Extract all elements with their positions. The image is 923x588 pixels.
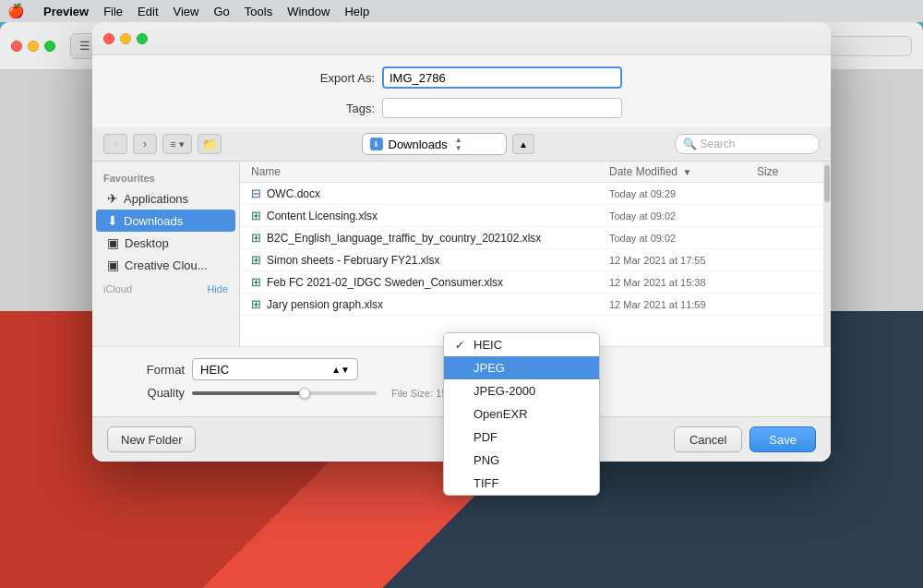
menu-file[interactable]: File — [103, 5, 123, 18]
menubar: 🍎 Preview File Edit View Go Tools Window… — [0, 0, 923, 22]
file-rows-container: ⊟ OWC.docx Today at 09:29 ⊞ Content Lice… — [240, 183, 823, 316]
dialog-titlebar — [92, 22, 831, 55]
format-option-jpeg2000[interactable]: JPEG-2000 — [444, 379, 599, 402]
file-date: 12 Mar 2021 at 11:59 — [609, 299, 757, 310]
file-date: Today at 09:02 — [609, 233, 757, 244]
location-dropdown[interactable]: ⬇ Downloads ▲▼ — [362, 133, 508, 155]
format-option-label: PDF — [473, 430, 497, 444]
menu-tools[interactable]: Tools — [245, 5, 272, 18]
applications-icon: ✈ — [107, 191, 118, 206]
cancel-button[interactable]: Cancel — [674, 426, 742, 452]
dialog-zoom-button[interactable] — [137, 33, 148, 44]
tags-label: Tags: — [301, 102, 375, 115]
file-type-icon: ⊞ — [251, 231, 261, 245]
format-option-label: PNG — [473, 453, 499, 467]
tags-input[interactable] — [382, 98, 622, 118]
column-name[interactable]: Name — [251, 165, 609, 178]
table-row[interactable]: ⊞ Jary pension graph.xlsx 12 Mar 2021 at… — [240, 294, 823, 316]
traffic-lights — [11, 41, 55, 52]
table-row[interactable]: ⊞ B2C_English_language_traffic_by_countr… — [240, 227, 823, 249]
dialog-close-button[interactable] — [103, 33, 114, 44]
format-dropdown[interactable]: HEIC ▲▼ — [192, 358, 358, 380]
export-as-label: Export As: — [301, 71, 375, 85]
file-name: B2C_English_language_traffic_by_country_… — [267, 232, 609, 245]
quality-slider[interactable] — [192, 391, 377, 395]
back-button[interactable]: ‹ — [103, 134, 127, 154]
forward-button[interactable]: › — [133, 134, 157, 154]
sidebar-item-desktop[interactable]: ▣ Desktop — [96, 232, 235, 254]
new-folder-icon-button[interactable]: 📁 — [198, 134, 222, 154]
sidebar: Favourites ✈ Applications ⬇ Downloads ▣ … — [92, 162, 240, 346]
sidebar-section-label: Favourites — [92, 169, 239, 187]
menu-view[interactable]: View — [174, 5, 199, 18]
menu-go[interactable]: Go — [213, 5, 229, 18]
new-folder-button[interactable]: New Folder — [107, 426, 196, 452]
sidebar-item-applications[interactable]: ✈ Applications — [96, 187, 235, 210]
expand-button[interactable]: ▲ — [512, 134, 534, 154]
file-type-icon: ⊟ — [251, 186, 261, 200]
format-option-label: JPEG-2000 — [473, 384, 535, 398]
format-label: Format — [111, 363, 185, 377]
dropdown-arrows: ▲▼ — [455, 136, 462, 152]
menu-window[interactable]: Window — [287, 5, 330, 18]
format-option-label: TIFF — [473, 476, 498, 490]
browser-toolbar: ‹ › ≡ ▾ 📁 ⬇ Downloads ▲▼ ▲ 🔍 Search — [92, 127, 831, 162]
format-option-png[interactable]: PNG — [444, 449, 599, 472]
table-row[interactable]: ⊞ Content Licensing.xlsx Today at 09:02 — [240, 205, 823, 227]
format-option-pdf[interactable]: PDF — [444, 426, 599, 449]
menu-help[interactable]: Help — [344, 5, 369, 18]
dropdown-chevron-icon: ▲▼ — [331, 365, 350, 375]
format-option-openexr[interactable]: OpenEXR — [444, 402, 599, 426]
format-option-tiff[interactable]: TIFF — [444, 472, 599, 495]
view-options-button[interactable]: ≡ ▾ — [162, 134, 192, 154]
file-date: Today at 09:29 — [609, 188, 757, 199]
icloud-label: iCloud — [103, 283, 132, 294]
quality-slider-thumb[interactable] — [299, 388, 310, 399]
sort-indicator: ▼ — [682, 167, 691, 177]
hide-button[interactable]: Hide — [207, 283, 228, 294]
dialog-traffic-lights — [103, 33, 148, 44]
apple-menu[interactable]: 🍎 — [7, 3, 25, 19]
app-name[interactable]: Preview — [43, 5, 89, 18]
format-option-label: JPEG — [473, 361, 505, 375]
dialog-action-buttons: Cancel Save — [674, 426, 816, 452]
file-type-icon: ⊞ — [251, 297, 261, 311]
save-button[interactable]: Save — [749, 426, 816, 452]
format-option-label: HEIC — [473, 338, 502, 352]
desktop-label: Desktop — [125, 236, 169, 250]
applications-label: Applications — [124, 192, 188, 206]
creative-cloud-icon: ▣ — [107, 258, 119, 272]
file-name: Simon sheets - February FY21.xlsx — [267, 254, 609, 267]
dialog-minimize-button[interactable] — [120, 33, 131, 44]
zoom-button[interactable] — [44, 41, 55, 52]
close-button[interactable] — [11, 41, 22, 52]
format-option-jpeg[interactable]: JPEG — [444, 356, 599, 379]
column-date-modified[interactable]: Date Modified ▼ — [609, 165, 757, 178]
table-row[interactable]: ⊞ Simon sheets - February FY21.xlsx 12 M… — [240, 249, 823, 271]
column-size[interactable]: Size — [757, 165, 812, 178]
file-list: Name Date Modified ▼ Size ⊟ OWC.docx Tod… — [240, 162, 823, 346]
file-type-icon: ⊞ — [251, 253, 261, 267]
desktop-icon: ▣ — [107, 235, 119, 250]
scrollbar-track[interactable] — [823, 162, 831, 346]
browser-search-box[interactable]: 🔍 Search — [675, 134, 821, 154]
table-row[interactable]: ⊟ OWC.docx Today at 09:29 — [240, 183, 823, 205]
file-date: 12 Mar 2021 at 17:55 — [609, 255, 757, 266]
downloads-sidebar-icon: ⬇ — [107, 213, 118, 228]
location-label: Downloads — [389, 138, 448, 151]
export-as-input[interactable] — [382, 66, 622, 89]
format-option-heic[interactable]: ✓ HEIC — [444, 333, 599, 356]
format-value: HEIC — [200, 363, 229, 377]
file-name: Content Licensing.xlsx — [267, 210, 609, 222]
file-name: OWC.docx — [267, 187, 609, 200]
table-row[interactable]: ⊞ Feb FC 2021-02_IDGC Sweden_Consumer.xl… — [240, 271, 823, 294]
scrollbar-thumb[interactable] — [824, 165, 830, 202]
file-type-icon: ⊞ — [251, 209, 261, 222]
tags-row: Tags: — [92, 94, 831, 127]
sidebar-item-downloads[interactable]: ⬇ Downloads — [96, 210, 235, 232]
quality-label: Quality — [111, 386, 185, 400]
minimize-button[interactable] — [28, 41, 39, 52]
menu-edit[interactable]: Edit — [138, 5, 158, 18]
check-icon: ✓ — [455, 339, 468, 352]
sidebar-item-creative-cloud[interactable]: ▣ Creative Clou... — [96, 254, 235, 276]
